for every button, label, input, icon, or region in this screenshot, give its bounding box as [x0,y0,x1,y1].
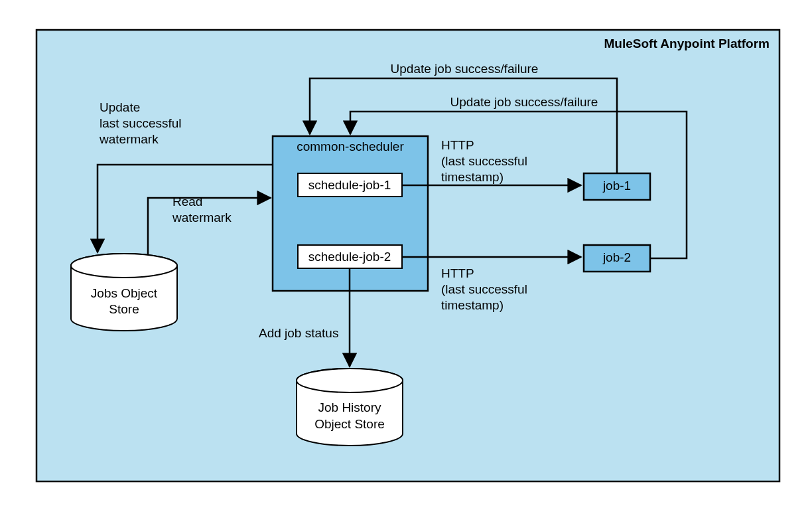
svg-point-3 [297,369,403,392]
schedule-job-1-label: schedule-job-1 [308,178,391,192]
schedule-job-2-label: schedule-job-2 [308,250,391,264]
read-wm-l1: Read [172,195,202,209]
common-scheduler-title: common-scheduler [297,139,404,153]
jobs-store-label-1: Jobs Object [91,286,158,300]
add-job-status-label: Add job status [259,326,338,340]
job-1-label: job-1 [602,179,631,193]
update-wm-l3: watermark [99,132,159,146]
update-sf-label-2: Update job success/failure [450,95,598,109]
jobs-store-label-2: Store [109,302,139,316]
platform-title: MuleSoft Anypoint Platform [604,37,770,50]
http-label-2a: HTTP [441,266,474,280]
http-label-1c: timestamp) [441,170,504,184]
update-sf-label-1: Update job success/failure [391,62,539,76]
job-2-label: job-2 [602,250,631,264]
http-label-2b: (last successful [441,282,527,296]
history-store-label-1: Job History [318,400,381,414]
diagram-canvas: MuleSoft Anypoint Platform common-schedu… [0,0,812,508]
http-label-2c: timestamp) [441,298,504,312]
http-label-1a: HTTP [441,138,474,152]
history-store-label-2: Object Store [314,417,385,431]
update-wm-l1: Update [100,100,140,114]
update-wm-l2: last successful [100,116,182,130]
svg-point-1 [71,254,177,278]
read-wm-l2: watermark [172,211,232,224]
http-label-1b: (last successful [441,154,527,168]
